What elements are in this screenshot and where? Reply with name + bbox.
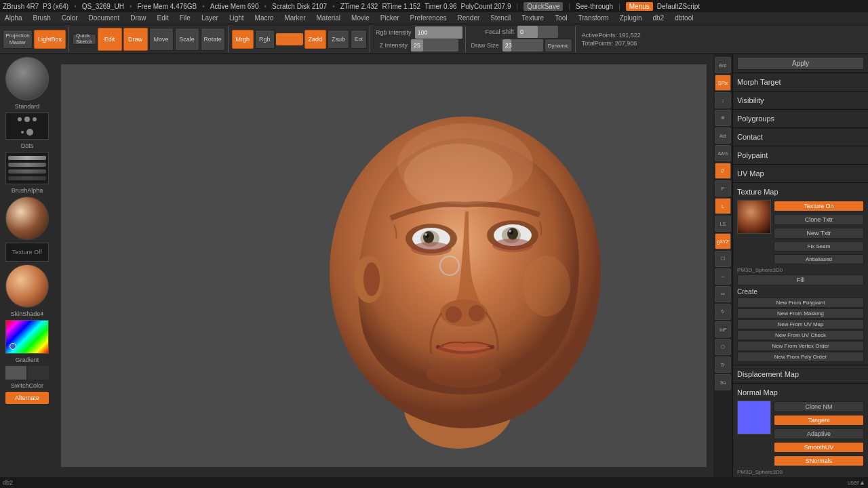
visibility-header[interactable]: Visibility — [737, 94, 864, 107]
menu-preferences[interactable]: Preferences — [408, 14, 449, 22]
texture-preview[interactable] — [737, 200, 771, 234]
smooth-uv-btn[interactable]: SmoothUV — [774, 442, 864, 453]
lightbox-btn[interactable]: LightBox — [34, 30, 66, 49]
defaultscript-btn[interactable]: DefaultZScript — [657, 3, 700, 10]
menu-stencil[interactable]: Stencil — [488, 14, 513, 22]
new-from-masking-btn[interactable]: New From Masking — [737, 308, 864, 319]
actual-icon[interactable]: Act — [715, 127, 731, 144]
color-picker[interactable] — [5, 320, 49, 354]
zsub-btn[interactable]: Zsub — [328, 30, 349, 49]
scale-btn[interactable]: Scale — [175, 28, 199, 51]
menu-movie[interactable]: Movie — [349, 14, 372, 22]
canvas-area[interactable] — [54, 54, 713, 477]
menu-picker[interactable]: Picker — [378, 14, 401, 22]
morph-target-header[interactable]: Morph Target — [737, 75, 864, 89]
clone-nm-btn[interactable]: Clone NM — [774, 401, 864, 412]
displacement-map-header[interactable]: Displacement Map — [737, 367, 864, 381]
polyf-icon[interactable]: ⬡ — [715, 339, 731, 355]
skin-material-preview[interactable] — [5, 264, 49, 308]
menus-btn[interactable]: Menus — [626, 2, 653, 11]
menu-render[interactable]: Render — [456, 14, 482, 22]
rgb-intensity-slider[interactable]: 100 — [415, 26, 462, 39]
edit-btn[interactable]: Edit — [98, 28, 122, 51]
move-icon[interactable]: ↔ — [715, 268, 731, 285]
focal-shift-slider[interactable]: 0 — [517, 26, 558, 38]
menu-brush[interactable]: Brush — [31, 14, 53, 22]
menu-layer[interactable]: Layer — [199, 14, 220, 22]
menu-alpha[interactable]: Alpha — [3, 14, 24, 22]
polygroups-header[interactable]: Polygroups — [737, 112, 864, 125]
menu-light[interactable]: Light — [227, 14, 246, 22]
aahalf-icon[interactable]: AA½ — [715, 145, 731, 161]
color-bar[interactable] — [276, 33, 303, 45]
texture-off-btn[interactable]: Texture Off — [5, 243, 49, 262]
menu-dbtool[interactable]: dbtool — [673, 14, 695, 22]
menu-material[interactable]: Material — [315, 14, 343, 22]
switch-color[interactable] — [5, 366, 49, 380]
normal-map-header[interactable]: Normal Map — [737, 386, 864, 399]
menu-document[interactable]: Document — [87, 14, 122, 22]
transp-icon[interactable]: Tr — [715, 357, 731, 373]
fix-seam-btn[interactable]: Fix Seam — [774, 241, 864, 251]
standard-brush-preview[interactable] — [5, 57, 49, 100]
ins-fill-icon[interactable]: InF — [715, 321, 731, 338]
apply-btn[interactable]: Apply — [737, 57, 864, 70]
zadd-btn[interactable]: Zadd — [304, 30, 327, 49]
spix-icon[interactable]: SPix — [715, 75, 731, 91]
alternate-btn[interactable]: Alternate — [5, 392, 49, 404]
persp-icon[interactable]: P — [715, 163, 731, 179]
tangent-btn[interactable]: Tangent — [774, 415, 864, 426]
lsym-icon[interactable]: LS — [715, 216, 731, 232]
draw-size-slider[interactable]: 23 — [502, 39, 543, 52]
local-icon[interactable]: L — [715, 198, 731, 214]
snormals-btn[interactable]: SNormals — [774, 455, 864, 466]
normal-map-preview[interactable] — [737, 401, 771, 434]
draw-btn[interactable]: Draw — [123, 28, 148, 51]
texture-map-header[interactable]: Texture Map — [737, 185, 864, 199]
new-from-uv-map-btn[interactable]: New From UV Map — [737, 319, 864, 329]
fill-btn[interactable]: Fill — [737, 274, 864, 285]
move-btn[interactable]: Move — [149, 28, 174, 51]
menu-macro[interactable]: Macro — [253, 14, 276, 22]
projection-master-btn[interactable]: ProjectionMaster — [3, 30, 33, 49]
dynamic-btn[interactable]: Dynamic — [545, 39, 572, 52]
menu-draw[interactable]: Draw — [128, 14, 148, 22]
mrgb-btn[interactable]: Mrgb — [232, 30, 254, 49]
frame-icon[interactable]: ☐ — [715, 251, 731, 267]
menu-edit[interactable]: Edit — [155, 14, 171, 22]
quick-sketch-btn[interactable]: QuickSketch — [73, 34, 96, 45]
new-from-vertex-order-btn[interactable]: New From Vertex Order — [737, 341, 864, 351]
dots-brush-preview[interactable] — [5, 113, 49, 140]
menu-zplugin[interactable]: Zplugin — [618, 14, 644, 22]
floor-icon[interactable]: F — [715, 180, 731, 197]
menu-db2[interactable]: db2 — [651, 14, 667, 22]
rotate-btn[interactable]: Rotate — [201, 28, 225, 51]
menu-transform[interactable]: Transform — [576, 14, 610, 22]
contact-header[interactable]: Contact — [737, 130, 864, 144]
gxyz-icon[interactable]: gXYZ — [715, 233, 731, 249]
material-preview[interactable] — [5, 197, 49, 240]
rgb-btn[interactable]: Rgb — [255, 30, 275, 49]
fg-color-swatch[interactable] — [5, 366, 26, 380]
brush-alpha-preview[interactable] — [5, 152, 49, 184]
new-from-uv-check-btn[interactable]: New From UV Check — [737, 330, 864, 340]
scale-side-icon[interactable]: ⇔ — [715, 286, 731, 302]
solo-icon[interactable]: So — [715, 374, 731, 390]
menu-marker[interactable]: Marker — [282, 14, 307, 22]
z-intensity-slider[interactable]: 25 — [411, 39, 458, 52]
uv-map-header[interactable]: UV Map — [737, 167, 864, 180]
new-from-polypaint-btn[interactable]: New From Polypaint — [737, 298, 864, 308]
texture-on-btn[interactable]: Texture On — [774, 201, 864, 211]
menu-tool[interactable]: Tool — [553, 14, 569, 22]
eot-btn[interactable]: Eot — [351, 30, 367, 49]
menu-texture[interactable]: Texture — [519, 14, 546, 22]
new-from-poly-order-btn[interactable]: New From Poly Order — [737, 352, 864, 362]
clone-txtr-btn[interactable]: Clone Txtr — [774, 214, 864, 225]
menu-color[interactable]: Color — [60, 14, 80, 22]
seethrough-btn[interactable]: See-through — [576, 3, 613, 10]
brd-icon[interactable]: Brd — [715, 57, 731, 73]
zoom-icon[interactable]: ⊕ — [715, 110, 731, 126]
adaptive-btn[interactable]: Adaptive — [774, 428, 864, 439]
quicksave-btn[interactable]: QuickSave — [524, 2, 563, 11]
menu-file[interactable]: File — [178, 14, 193, 22]
